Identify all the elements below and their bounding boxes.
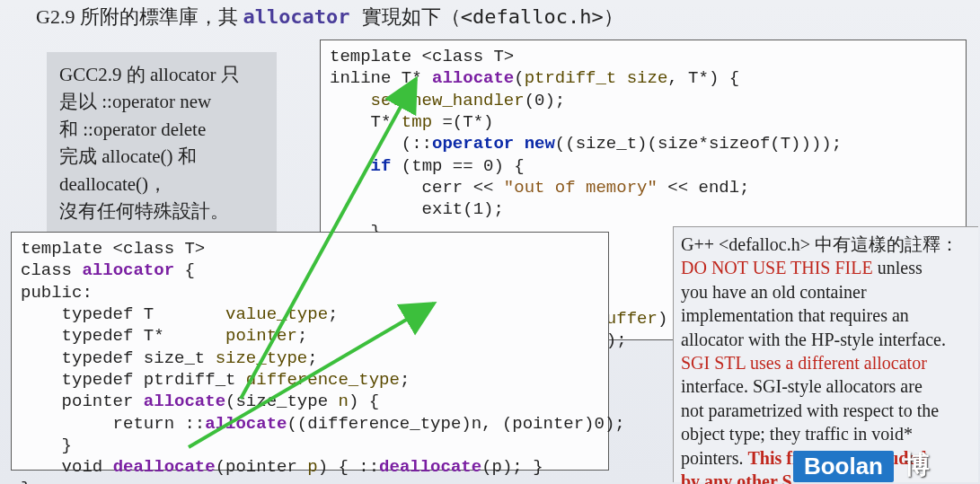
- rn-line: object type; they traffic in void*: [681, 424, 913, 444]
- note-line: GCC2.9 的 allocator 只: [59, 61, 264, 88]
- rn-line: not parametrized with respect to the: [681, 400, 939, 420]
- rn-line: you have an old container: [681, 282, 867, 302]
- title-pre: G2.9 所附的標準庫，其: [36, 5, 243, 28]
- code-box-allocator-class: template <class T> class allocator { pub…: [11, 232, 609, 471]
- rn-line: allocator with the HP-style interface.: [681, 330, 946, 349]
- summary-note-box: GCC2.9 的 allocator 只 是以 ::operator new 和…: [47, 52, 277, 234]
- rn-line: unless: [873, 258, 923, 277]
- note-line: 沒有任何特殊設計。: [59, 198, 264, 224]
- rn-line: pointers.: [681, 448, 747, 468]
- boolan-logo: Boolan: [793, 451, 894, 482]
- rn-warning: DO NOT USE THIS FILE: [681, 258, 873, 277]
- boolan-logo-cn: 博: [905, 448, 930, 482]
- title-post: 實現如下（<defalloc.h>）: [350, 5, 623, 28]
- rn-line: G++ <defalloc.h> 中有這樣的註釋：: [681, 234, 958, 254]
- note-line: 是以 ::operator new: [59, 88, 264, 115]
- rn-line: interface. SGI-style allocators are: [681, 376, 923, 396]
- right-quote-box: G++ <defalloc.h> 中有這樣的註釋： DO NOT USE THI…: [673, 226, 978, 482]
- note-line: 完成 allocate() 和: [59, 143, 264, 170]
- note-line: deallocate()，: [59, 171, 264, 198]
- rn-warning: by any other S: [681, 471, 792, 484]
- rn-warning: SGI STL uses a different allocator: [681, 353, 927, 373]
- note-line: 和 ::operator delete: [59, 116, 264, 143]
- title-keyword: allocator: [243, 5, 349, 28]
- page-title: G2.9 所附的標準庫，其 allocator 實現如下（<defalloc.h…: [36, 4, 623, 31]
- rn-line: implementation that requires an: [681, 305, 909, 325]
